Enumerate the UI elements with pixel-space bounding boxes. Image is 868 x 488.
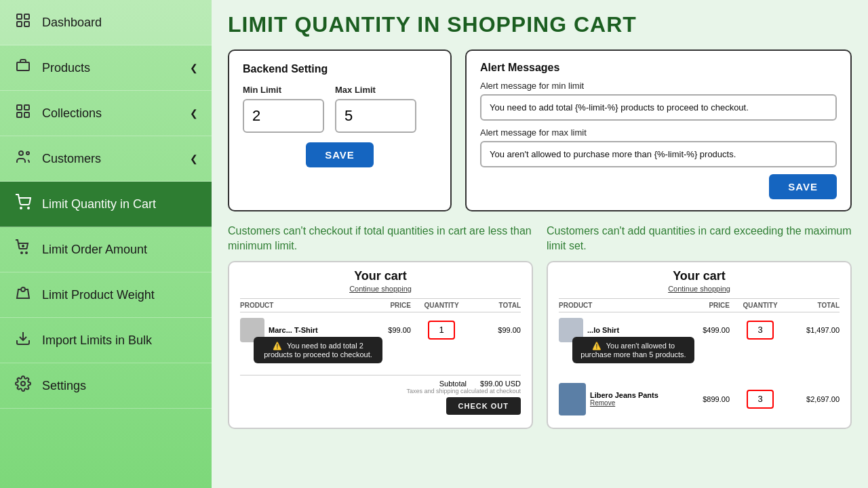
col-product-left: PRODUCT: [240, 302, 362, 309]
col-qty-left: QUANTITY: [411, 302, 472, 309]
products-icon: [14, 58, 33, 78]
continue-shopping-left[interactable]: Continue shopping: [240, 285, 521, 293]
alert-messages-heading: Alert Messages: [480, 62, 837, 74]
max-limit-input[interactable]: [335, 99, 416, 133]
sidebar-item-products[interactable]: Products ❮: [0, 45, 212, 91]
dashboard-icon: [14, 12, 33, 33]
sidebar-label-customers: Customers: [42, 152, 101, 166]
main-content: LIMIT QUANTITY IN SHOPPING CART Backend …: [212, 0, 868, 488]
product-name-left: Marc... T-Shirt: [269, 326, 318, 334]
min-alert-group: Alert message for min limit: [480, 81, 837, 121]
sidebar-label-limit-order: Limit Order Amount: [42, 243, 147, 257]
col-qty-right: QUANTITY: [730, 302, 791, 309]
sidebar-item-dashboard[interactable]: Dashboard: [0, 0, 212, 45]
sidebar-label-limit-quantity: Limit Quantity in Cart: [42, 197, 156, 211]
col-price-right: PRICE: [681, 302, 730, 309]
qty-box-left[interactable]: 1: [428, 321, 455, 340]
min-limit-input[interactable]: [243, 99, 324, 133]
sidebar-label-settings: Settings: [42, 379, 86, 393]
desc-right: Customers can't add quantities in card e…: [547, 224, 852, 254]
sidebar-item-limit-product-weight[interactable]: Limit Product Weight: [0, 272, 212, 318]
svg-point-10: [20, 207, 22, 209]
product-total-right-2: $2,697.00: [791, 395, 840, 403]
backend-setting-heading: Backend Setting: [243, 63, 437, 75]
svg-rect-5: [24, 105, 29, 110]
product-name-right-2: Libero Jeans Pants: [590, 391, 658, 399]
svg-rect-0: [17, 14, 22, 19]
sidebar-item-import-limits[interactable]: Import Limits in Bulk: [0, 318, 212, 363]
preview-min-inner: Your cart Continue shopping PRODUCT PRIC…: [229, 262, 532, 401]
cart-title-left: Your cart: [240, 269, 521, 283]
collections-icon: [14, 103, 33, 123]
sidebar-item-limit-order-amount[interactable]: Limit Order Amount: [0, 227, 212, 272]
sidebar-item-customers[interactable]: Customers ❮: [0, 136, 212, 182]
backend-save-button[interactable]: SAVE: [306, 142, 374, 167]
cart-title-right: Your cart: [559, 269, 840, 283]
taxes-note-left: Taxes and shipping calculated at checkou…: [240, 388, 521, 394]
product-name-right-1: ...lo Shirt: [587, 326, 619, 334]
chevron-collections-icon: ❮: [190, 108, 198, 119]
product-qty-col-right-1: 3: [730, 321, 791, 340]
alert-bubble-right: You aren't allowed to purchase more than…: [572, 337, 694, 363]
svg-rect-6: [17, 113, 22, 117]
col-total-right: TOTAL: [791, 302, 840, 309]
product-thumb-right-2: [559, 383, 586, 415]
cart-row-right-2: Libero Jeans Pants Remove $899.00 3 $2,6…: [559, 378, 840, 421]
svg-point-11: [28, 207, 29, 209]
cart-header-right: PRODUCT PRICE QUANTITY TOTAL: [559, 298, 840, 312]
continue-shopping-right[interactable]: Continue shopping: [559, 285, 840, 293]
subtotal-value-left: $99.00 USD: [480, 380, 521, 388]
svg-rect-4: [17, 105, 22, 110]
preview-max-inner: Your cart Continue shopping PRODUCT PRIC…: [548, 262, 850, 428]
import-icon: [14, 330, 33, 350]
sidebar-label-dashboard: Dashboard: [42, 16, 102, 30]
min-limit-label: Min Limit: [243, 85, 324, 95]
col-total-left: TOTAL: [472, 302, 521, 309]
sidebar-item-collections[interactable]: Collections ❮: [0, 91, 212, 136]
backend-setting-card: Backend Setting Min Limit Max Limit SAVE: [228, 49, 452, 211]
preview-min-card: Your cart Continue shopping PRODUCT PRIC…: [228, 261, 533, 429]
product-qty-col-left: 1: [411, 321, 472, 340]
sidebar-label-collections: Collections: [42, 106, 102, 121]
svg-point-12: [21, 252, 22, 253]
sidebar-item-limit-quantity-cart[interactable]: Limit Quantity in Cart: [0, 182, 212, 227]
limits-row: Min Limit Max Limit: [243, 85, 437, 133]
subtotal-row-left: Subtotal $99.00 USD: [240, 375, 521, 388]
alert-save-button[interactable]: SAVE: [769, 174, 837, 199]
sidebar: Dashboard Products ❮ Collections ❮: [0, 0, 212, 488]
cart-header-left: PRODUCT PRICE QUANTITY TOTAL: [240, 298, 521, 312]
sidebar-label-limit-weight: Limit Product Weight: [42, 288, 155, 302]
cart-icon: [14, 194, 33, 214]
sidebar-item-settings[interactable]: Settings: [0, 363, 212, 409]
product-price-left: $99.00: [362, 326, 411, 334]
description-row: Customers can't checkout if total quanti…: [228, 224, 852, 254]
svg-point-13: [26, 252, 27, 253]
min-alert-label: Alert message for min limit: [480, 81, 837, 91]
remove-link-right-2[interactable]: Remove: [590, 399, 658, 407]
col-price-left: PRICE: [362, 302, 411, 309]
alert-messages-card: Alert Messages Alert message for min lim…: [465, 49, 852, 211]
page-title: LIMIT QUANTITY IN SHOPPING CART: [228, 12, 852, 37]
product-info-right-2: Libero Jeans Pants Remove: [590, 391, 658, 407]
checkout-button-left[interactable]: CHECK OUT: [446, 397, 521, 415]
chevron-customers-icon: ❮: [190, 153, 198, 164]
min-limit-group: Min Limit: [243, 85, 324, 133]
svg-point-16: [21, 382, 25, 386]
qty-box-right-1[interactable]: 3: [747, 321, 774, 340]
alert-bubble-left: You need to add total 2 products to proc…: [254, 337, 382, 363]
subtotal-label-left: Subtotal: [439, 380, 467, 388]
product-qty-col-right-2: 3: [730, 390, 791, 409]
qty-box-right-2[interactable]: 3: [747, 390, 774, 409]
product-total-right-1: $1,497.00: [791, 326, 840, 334]
chevron-products-icon: ❮: [190, 62, 198, 73]
cart-row-right-1: ...lo Shirt $499.00 3 $1,497.00 You aren…: [559, 312, 840, 348]
col-product-right: PRODUCT: [559, 302, 681, 309]
max-alert-input[interactable]: [480, 141, 837, 167]
product-price-right-1: $499.00: [681, 326, 730, 334]
min-alert-input[interactable]: [480, 94, 837, 121]
alert-text-right: You aren't allowed to purchase more than…: [580, 342, 686, 359]
desc-left: Customers can't checkout if total quanti…: [228, 224, 533, 254]
order-amount-icon: [14, 239, 33, 260]
product-col-right-2: Libero Jeans Pants Remove: [559, 383, 681, 415]
max-alert-group: Alert message for max limit: [480, 127, 837, 167]
